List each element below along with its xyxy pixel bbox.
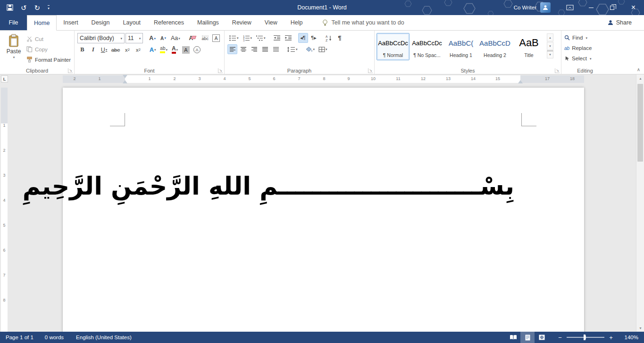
maximize-restore-button[interactable]	[602, 0, 623, 15]
save-icon[interactable]	[7, 4, 13, 11]
decrease-indent-button[interactable]	[272, 33, 282, 43]
grow-font-button[interactable]: A▲	[148, 33, 158, 43]
strikethrough-button[interactable]: abe	[110, 45, 121, 55]
phonetic-guide-button[interactable]: abc	[200, 33, 210, 43]
numbering-button[interactable]: 123▾	[241, 33, 254, 43]
ribbon-tab[interactable]: Layout	[117, 15, 148, 30]
show-formatting-marks-button[interactable]: ¶	[335, 33, 345, 43]
paste-dropdown-icon[interactable]: ▾	[13, 56, 15, 59]
paragraph-dialog-launcher-icon[interactable]: ↘	[368, 68, 373, 73]
ribbon-tab[interactable]: References	[147, 15, 191, 30]
ribbon-tab[interactable]: Home	[27, 15, 57, 31]
font-size-combo[interactable]: 11▾	[125, 33, 143, 43]
word-count[interactable]: 0 words	[45, 335, 64, 340]
redo-icon[interactable]: ↻	[34, 4, 41, 11]
paste-button[interactable]: Paste ▾	[2, 32, 25, 66]
page-count[interactable]: Page 1 of 1	[6, 335, 33, 340]
distribute-button[interactable]	[271, 44, 281, 54]
vertical-scrollbar[interactable]: ▲ ▼	[636, 74, 644, 332]
change-case-button[interactable]: Aa▾	[169, 33, 181, 43]
ribbon-tab[interactable]: Review	[226, 15, 258, 30]
select-button[interactable]: Select▾	[564, 54, 606, 63]
shrink-font-button[interactable]: A▼	[159, 33, 168, 43]
undo-icon[interactable]: ↺	[21, 4, 27, 11]
superscript-button[interactable]: x2	[133, 45, 143, 55]
scrollbar-thumb[interactable]	[637, 84, 643, 162]
customize-quick-access-icon[interactable]: ▾	[48, 5, 50, 10]
tab-selector[interactable]: L	[1, 75, 8, 82]
ribbon-tab[interactable]: Mailings	[191, 15, 226, 30]
find-button[interactable]: Find▾	[564, 33, 606, 42]
clipboard-dialog-launcher-icon[interactable]: ↘	[68, 68, 73, 73]
format-painter-button[interactable]: Format Painter	[26, 55, 71, 64]
ribbon-tab[interactable]: Help	[284, 15, 309, 30]
zoom-level[interactable]: 140%	[619, 335, 638, 340]
print-layout-button[interactable]	[520, 332, 535, 343]
user-avatar[interactable]	[540, 2, 551, 13]
copy-button[interactable]: Copy	[26, 45, 71, 54]
font-name-combo[interactable]: Calibri (Body)▾	[77, 33, 125, 43]
shading-button[interactable]: ▾	[304, 44, 317, 54]
signed-in-user[interactable]: Co Writer	[514, 5, 536, 10]
text-highlight-color-button[interactable]: ab▾	[159, 45, 169, 55]
first-line-indent-marker[interactable]	[123, 75, 127, 78]
tell-me-box[interactable]: Tell me what you want to do	[322, 15, 404, 30]
font-color-button[interactable]: A▾	[170, 45, 180, 55]
ribbon-display-options-icon[interactable]	[559, 0, 580, 15]
zoom-slider-thumb[interactable]	[584, 335, 585, 340]
align-right-button[interactable]	[249, 44, 259, 54]
right-indent-marker[interactable]	[518, 80, 523, 83]
share-button[interactable]: Share	[608, 15, 632, 30]
document-page[interactable]: بِسْــــــــــــــــــــــــمِ اللهِ الر…	[63, 88, 584, 332]
italic-button[interactable]: I	[88, 45, 98, 55]
bismillah-calligraphy[interactable]: بِسْــــــــــــــــــــــــمِ اللهِ الر…	[124, 167, 514, 206]
tab-file[interactable]: File	[0, 15, 27, 30]
style-card[interactable]: AaBbCcDc ¶ Normal	[376, 33, 410, 60]
bold-button[interactable]: B	[77, 45, 87, 55]
ltr-text-direction-button[interactable]: ◂¶	[298, 33, 308, 43]
vertical-ruler[interactable]: 12345678	[0, 84, 8, 332]
font-dialog-launcher-icon[interactable]: ↘	[218, 68, 223, 73]
align-left-button[interactable]	[227, 44, 237, 54]
read-mode-button[interactable]	[506, 332, 520, 343]
borders-button[interactable]: ▾	[317, 44, 329, 54]
underline-button[interactable]: U▾	[99, 45, 109, 55]
zoom-slider[interactable]	[567, 337, 604, 338]
cut-button[interactable]: Cut	[26, 34, 71, 43]
ribbon-tab[interactable]: Design	[85, 15, 117, 30]
rtl-text-direction-button[interactable]: ¶▸	[309, 33, 319, 43]
zoom-out-button[interactable]: −	[555, 334, 565, 341]
sort-button[interactable]: AZ	[324, 33, 334, 43]
style-card[interactable]: AaBbC( Heading 1	[444, 33, 477, 60]
minimize-button[interactable]	[580, 0, 602, 15]
zoom-in-button[interactable]: +	[606, 334, 616, 341]
horizontal-ruler[interactable]: 211234567891011121314151718	[0, 74, 636, 84]
web-layout-button[interactable]	[535, 332, 549, 343]
style-card[interactable]: AaBbCcD Heading 2	[478, 33, 511, 60]
character-shading-button[interactable]: A	[181, 45, 191, 55]
style-card[interactable]: AaB Title	[512, 33, 545, 60]
clear-formatting-button[interactable]: A	[186, 33, 196, 43]
multilevel-list-button[interactable]: ▾	[254, 33, 267, 43]
styles-dialog-launcher-icon[interactable]: ↘	[555, 68, 560, 73]
line-spacing-button[interactable]: ▾	[285, 44, 299, 54]
justify-button[interactable]	[260, 44, 270, 54]
close-button[interactable]: ×	[623, 0, 644, 15]
styles-scroll-down-icon[interactable]: ▼	[547, 42, 553, 50]
language-status[interactable]: English (United States)	[76, 335, 132, 340]
text-effects-button[interactable]: A▾	[148, 45, 158, 55]
scroll-down-icon[interactable]: ▼	[636, 324, 644, 332]
bullets-button[interactable]: ▾	[227, 33, 240, 43]
increase-indent-button[interactable]	[283, 33, 293, 43]
style-card[interactable]: AaBbCcDc ¶ No Spac...	[410, 33, 443, 60]
hanging-indent-marker[interactable]	[123, 80, 127, 83]
subscript-button[interactable]: x2	[122, 45, 132, 55]
ribbon-tab[interactable]: View	[258, 15, 284, 30]
replace-button[interactable]: ab Replace	[564, 43, 606, 53]
collapse-ribbon-icon[interactable]: ∧	[637, 67, 640, 72]
styles-scroll-up-icon[interactable]: ▲	[547, 33, 553, 41]
enclose-characters-button[interactable]: A	[192, 45, 202, 55]
styles-gallery-more-icon[interactable]: ▼	[547, 50, 553, 58]
scroll-up-icon[interactable]: ▲	[636, 74, 644, 82]
align-center-button[interactable]	[238, 44, 248, 54]
